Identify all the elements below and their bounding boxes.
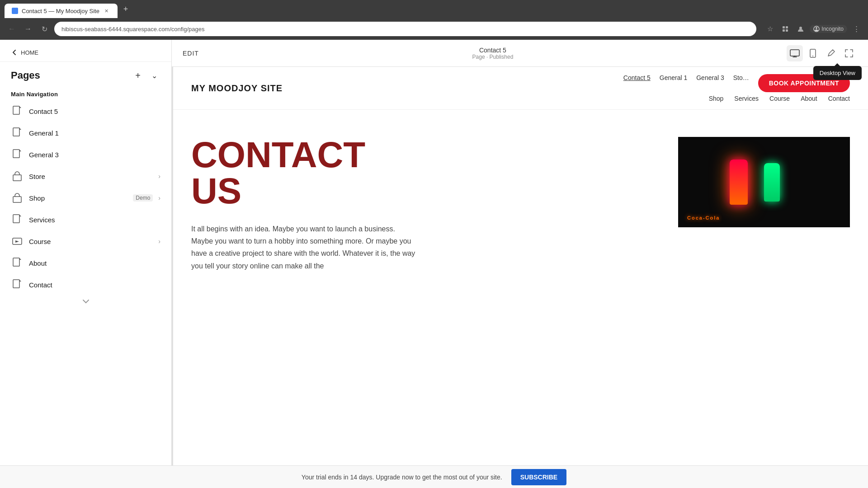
sidebar-title-actions: + ⌄	[132, 69, 160, 82]
site-content: CONTACT US It all begins with an idea. M…	[173, 110, 868, 290]
nav-link-general3[interactable]: General 3	[696, 74, 724, 92]
tab-title: Contact 5 — My Moodjoy Site	[22, 8, 99, 14]
svg-rect-9	[13, 150, 19, 158]
browser-toolbar: ← → ↻ hibiscus-seabass-6444.squarespace.…	[0, 18, 868, 40]
address-bar[interactable]: hibiscus-seabass-6444.squarespace.com/co…	[54, 22, 756, 36]
incognito-label: Incognito	[821, 26, 844, 32]
site-logo: MY MOODJOY SITE	[191, 83, 283, 94]
shop-demo-badge: Demo	[133, 194, 153, 202]
sidebar-item-label-general1: General 1	[29, 129, 160, 137]
site-header: MY MOODJOY SITE Contact 5 General 1 Gene…	[173, 67, 868, 110]
nav-link-contact[interactable]: Contact	[828, 95, 850, 102]
bookmark-icon[interactable]: ☆	[764, 23, 776, 35]
nav-link-course[interactable]: Course	[769, 95, 790, 102]
svg-rect-7	[13, 106, 19, 114]
scroll-indicator	[0, 296, 171, 307]
page-info-status: Page · Published	[472, 54, 514, 60]
home-back-button[interactable]: HOME	[11, 49, 38, 56]
site-content-right: Coca-Cola	[678, 137, 850, 272]
new-tab-button[interactable]: +	[119, 3, 132, 15]
subscribe-button[interactable]: SUBSCRIBE	[511, 469, 566, 485]
svg-rect-12	[13, 215, 19, 223]
contact-page-icon	[11, 278, 24, 291]
services-page-icon	[11, 213, 24, 226]
back-button[interactable]: ←	[5, 23, 18, 35]
mobile-view-button[interactable]	[805, 45, 821, 61]
site-nav-bottom: Shop Services Course About Contact	[623, 95, 850, 102]
svg-point-18	[812, 56, 813, 56]
store-icon	[11, 170, 24, 183]
sidebar-title-row: Pages + ⌄	[0, 62, 171, 85]
menu-icon[interactable]: ⋮	[850, 23, 863, 35]
sidebar-item-shop[interactable]: Shop Demo ›	[5, 187, 166, 209]
trial-bar: Your trial ends in 14 days. Upgrade now …	[0, 465, 868, 488]
nav-link-store[interactable]: Sto…	[733, 74, 749, 92]
nav-link-services[interactable]: Services	[734, 95, 759, 102]
sidebar-item-label-store: Store	[29, 173, 153, 180]
svg-rect-11	[13, 197, 21, 202]
toolbar-icons: ☆ Incognito ⋮	[764, 23, 863, 35]
neon-bottle-1	[730, 160, 748, 205]
url-text: hibiscus-seabass-6444.squarespace.com/co…	[61, 26, 749, 33]
forward-button[interactable]: →	[22, 23, 34, 35]
edit-mode-button[interactable]	[823, 45, 839, 61]
sidebar-item-general3[interactable]: General 3	[5, 144, 166, 165]
nav-items-list: Contact 5 General 1 General 3 Store	[0, 100, 171, 296]
sidebar-item-general1[interactable]: General 1	[5, 122, 166, 144]
view-controls: Desktop View	[787, 45, 857, 61]
about-page-icon	[11, 257, 24, 269]
sidebar-item-label-about: About	[29, 259, 160, 267]
desktop-view-tooltip: Desktop View	[813, 66, 862, 80]
profile-icon[interactable]	[794, 23, 807, 35]
reload-button[interactable]: ↻	[38, 23, 51, 35]
contact-heading: CONTACT US	[191, 137, 660, 209]
sidebar-item-contact[interactable]: Contact	[5, 274, 166, 296]
course-icon	[11, 235, 24, 248]
sidebar-item-label-general3: General 3	[29, 151, 160, 159]
contact-body-text: It all begins with an idea. Maybe you wa…	[191, 223, 417, 272]
tab-favicon	[12, 8, 18, 14]
tab-close-button[interactable]: ✕	[103, 7, 110, 14]
add-page-button[interactable]: +	[132, 69, 144, 82]
sidebar-item-label-contact5: Contact 5	[29, 108, 160, 115]
sidebar-item-label-contact: Contact	[29, 281, 160, 289]
sidebar-item-label-services: Services	[29, 216, 160, 224]
nav-link-about[interactable]: About	[801, 95, 817, 102]
sidebar-title: Pages	[11, 70, 40, 81]
shop-icon	[11, 192, 24, 204]
svg-point-6	[816, 27, 817, 29]
sidebar-collapse-button[interactable]: ⌄	[148, 69, 160, 82]
extensions-icon[interactable]	[779, 23, 792, 35]
sidebar-item-store[interactable]: Store ›	[5, 165, 166, 187]
svg-rect-0	[783, 26, 785, 28]
page-icon-contact5	[11, 105, 24, 117]
sidebar-item-contact5[interactable]: Contact 5	[5, 100, 166, 122]
app-body: HOME Pages + ⌄ Main Navigation Contact 5	[0, 40, 868, 488]
neon-brand-text: Coca-Cola	[687, 215, 720, 221]
nav-section-label: Main Navigation	[0, 85, 171, 100]
sidebar-item-label-course: Course	[29, 238, 153, 245]
edit-label: EDIT	[183, 50, 199, 57]
website-preview: MY MOODJOY SITE Contact 5 General 1 Gene…	[173, 67, 868, 488]
desktop-view-button[interactable]	[787, 45, 803, 61]
sidebar-item-course[interactable]: Course ›	[5, 230, 166, 252]
nav-link-shop[interactable]: Shop	[709, 95, 724, 102]
store-chevron-icon: ›	[158, 173, 160, 180]
browser-tab[interactable]: Contact 5 — My Moodjoy Site ✕	[5, 4, 118, 18]
fullscreen-button[interactable]	[841, 45, 857, 61]
page-info-title: Contact 5	[472, 47, 514, 54]
sidebar-item-services[interactable]: Services	[5, 209, 166, 230]
preview-area[interactable]: MY MOODJOY SITE Contact 5 General 1 Gene…	[172, 67, 868, 488]
svg-rect-1	[786, 26, 788, 28]
sidebar-item-label-shop: Shop	[29, 194, 127, 202]
sidebar-item-about[interactable]: About	[5, 252, 166, 274]
sidebar-header: HOME	[0, 40, 171, 62]
page-info: Contact 5 Page · Published	[472, 47, 514, 60]
neon-bottle-2	[764, 163, 780, 202]
site-content-left: CONTACT US It all begins with an idea. M…	[191, 137, 660, 272]
edit-bar: EDIT Contact 5 Page · Published Desktop …	[172, 40, 868, 67]
nav-link-general1[interactable]: General 1	[660, 74, 687, 92]
nav-link-contact5[interactable]: Contact 5	[623, 74, 651, 92]
incognito-badge: Incognito	[810, 25, 847, 33]
svg-rect-2	[783, 29, 785, 32]
